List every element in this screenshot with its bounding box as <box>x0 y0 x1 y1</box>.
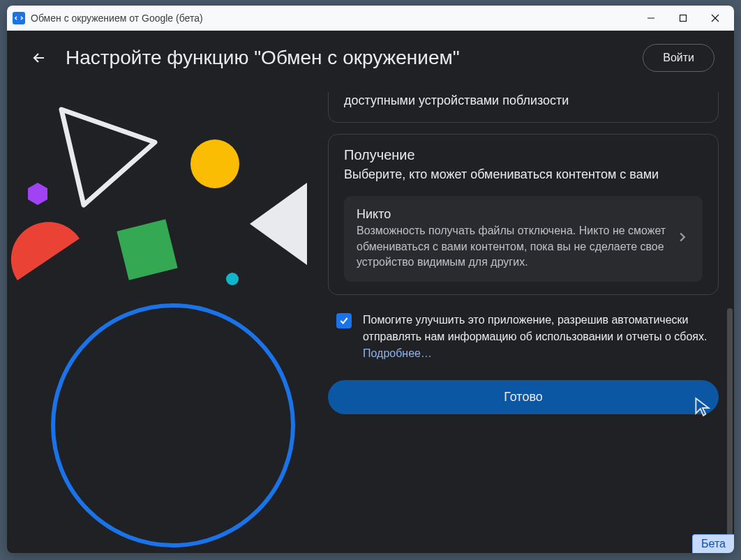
app-icon <box>13 12 25 24</box>
svg-rect-1 <box>680 15 687 21</box>
chevron-right-icon <box>675 229 690 248</box>
receive-card: Получение Выберите, кто может обменивать… <box>328 134 719 294</box>
maximize-button[interactable] <box>667 7 699 29</box>
consent-row: Помогите улучшить это приложение, разреш… <box>328 306 719 365</box>
visibility-option[interactable]: Никто Возможность получать файлы отключе… <box>344 196 703 281</box>
back-button[interactable] <box>27 45 52 70</box>
scrollbar[interactable] <box>726 183 733 553</box>
visibility-title: Никто <box>357 207 668 222</box>
settings-panel: доступными устройствами поблизости Получ… <box>321 92 734 553</box>
decorative-shapes <box>7 92 321 553</box>
app-header: Настройте функцию "Обмен с окружением" В… <box>7 31 734 85</box>
share-card-fragment: доступными устройствами поблизости <box>328 92 719 123</box>
svg-point-6 <box>226 273 239 285</box>
consent-text: Помогите улучшить это приложение, разреш… <box>363 312 710 362</box>
scrollbar-thumb[interactable] <box>727 308 733 545</box>
consent-checkbox[interactable] <box>336 313 352 328</box>
receive-title: Получение <box>344 147 703 163</box>
visibility-description: Возможность получать файлы отключена. Ни… <box>357 223 668 270</box>
page-title: Настройте функцию "Обмен с окружением" <box>66 47 629 69</box>
beta-badge: Бета <box>692 534 734 553</box>
svg-point-4 <box>190 139 239 188</box>
share-card-text: доступными устройствами поблизости <box>344 92 703 109</box>
close-button[interactable] <box>699 7 731 29</box>
learn-more-link[interactable]: Подробнее… <box>363 347 432 359</box>
signin-button[interactable]: Войти <box>643 44 714 72</box>
minimize-button[interactable] <box>635 7 667 29</box>
content-area: доступными устройствами поблизости Получ… <box>7 85 734 553</box>
app-window: Обмен с окружением от Google (бета) Наст… <box>7 6 734 553</box>
receive-subtitle: Выберите, кто может обмениваться контент… <box>344 166 703 183</box>
consent-text-body: Помогите улучшить это приложение, разреш… <box>363 314 707 342</box>
window-controls <box>635 7 731 29</box>
window-titlebar: Обмен с окружением от Google (бета) <box>7 6 734 31</box>
done-button[interactable]: Готово <box>328 380 719 414</box>
svg-rect-5 <box>117 219 177 280</box>
visibility-body: Никто Возможность получать файлы отключе… <box>357 207 668 270</box>
svg-point-7 <box>53 305 293 545</box>
window-title: Обмен с окружением от Google (бета) <box>31 13 635 24</box>
